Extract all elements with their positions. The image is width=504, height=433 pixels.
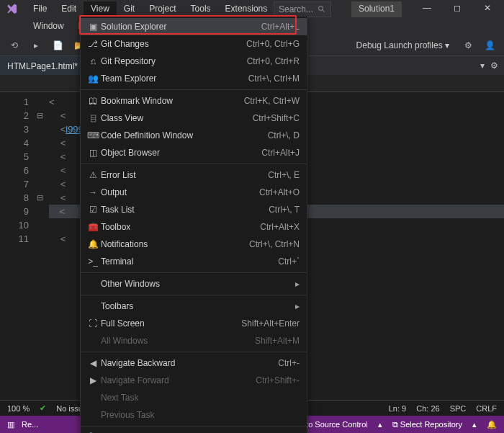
- menu-item-next-task: Next Task: [81, 389, 307, 406]
- menu-file[interactable]: File: [26, 1, 54, 16]
- menu-item-label: Toolbars: [101, 301, 295, 311]
- menu-window[interactable]: Window: [26, 19, 71, 33]
- check-icon: ✔: [40, 403, 46, 413]
- menu-project[interactable]: Project: [142, 1, 183, 16]
- menu-item-shortcut: Ctrl+K, Ctrl+W: [244, 96, 300, 106]
- fold-gutter: ⊟⊟: [33, 92, 46, 408]
- git-icon: ⎇: [85, 39, 101, 49]
- nav-back-button[interactable]: ⟲: [6, 37, 23, 54]
- menu-tools[interactable]: Tools: [184, 1, 218, 16]
- menu-item-solution-explorer[interactable]: ▣Solution ExplorerCtrl+Alt+L: [81, 18, 307, 35]
- ready-label: ▥: [7, 420, 14, 429]
- menu-item-shortcut: Ctrl+0, Ctrl+R: [247, 56, 300, 66]
- menu-item-navigate-backward[interactable]: ◀Navigate BackwardCtrl+-: [81, 354, 307, 372]
- menu-item-shortcut: Ctrl+Alt+L: [261, 22, 300, 32]
- submenu-arrow-icon: ▸: [295, 279, 300, 289]
- close-button[interactable]: ✕: [475, 0, 500, 16]
- new-file-button[interactable]: 📄: [49, 37, 66, 54]
- menu-item-shortcut: Ctrl+Shift+C: [253, 113, 300, 123]
- menu-item-all-windows: All WindowsShift+Alt+M: [81, 332, 307, 349]
- menu-item-shortcut: Ctrl+-: [278, 358, 300, 368]
- menu-item-full-screen[interactable]: ⛶Full ScreenShift+Alt+Enter: [81, 315, 307, 332]
- menu-extensions[interactable]: Extensions: [218, 1, 275, 16]
- search-input[interactable]: Search...: [274, 1, 331, 17]
- menu-item-label: Previous Task: [101, 410, 300, 420]
- codedef-icon: ⌨: [85, 130, 101, 140]
- menu-item-label: Toolbox: [101, 222, 260, 232]
- svg-line-1: [323, 10, 325, 12]
- menu-item-shortcut: Shift+Alt+Enter: [241, 318, 300, 329]
- search-placeholder: Search...: [279, 4, 313, 14]
- properties-button[interactable]: ⚙: [459, 37, 477, 54]
- menu-item-label: Task List: [101, 205, 269, 215]
- nav-fwd-button[interactable]: ▸: [27, 37, 45, 54]
- menu-item-label: Code Definition Window: [101, 130, 268, 140]
- menu-item-label: Terminal: [101, 256, 278, 267]
- dropdown-tabs-icon[interactable]: ▾: [480, 61, 485, 71]
- terminal-icon: >_: [85, 256, 101, 267]
- object-icon: ◫: [85, 148, 101, 158]
- menu-item-label: Other Windows: [101, 279, 295, 289]
- menu-item-bookmark-window[interactable]: 🕮Bookmark WindowCtrl+K, Ctrl+W: [81, 92, 307, 110]
- minimize-button[interactable]: —: [415, 0, 439, 16]
- menu-item-terminal[interactable]: >_TerminalCtrl+`: [81, 253, 307, 270]
- class-icon: ⌸: [85, 113, 101, 123]
- menu-item-shortcut: Ctrl+\, D: [268, 130, 300, 140]
- menu-item-label: Team Explorer: [101, 73, 248, 84]
- menu-item-shortcut: Ctrl+`: [278, 256, 300, 267]
- menu-edit[interactable]: Edit: [54, 1, 84, 16]
- menu-item-label: Navigate Forward: [101, 375, 256, 385]
- menu-item-properties-window[interactable]: 🔧Properties WindowF4: [81, 429, 307, 433]
- menu-item-git-repository[interactable]: ⎌Git RepositoryCtrl+0, Ctrl+R: [81, 53, 307, 70]
- menu-view[interactable]: View: [84, 1, 117, 16]
- solution-name[interactable]: Solution1: [351, 1, 402, 17]
- menu-item-navigate-forward: ▶Navigate ForwardCtrl+Shift+-: [81, 372, 307, 389]
- menu-item-notifications[interactable]: 🔔NotificationsCtrl+\, Ctrl+N: [81, 236, 307, 253]
- menu-item-shortcut: Ctrl+\, Ctrl+N: [249, 239, 300, 249]
- menu-git[interactable]: Git: [117, 1, 142, 16]
- maximize-button[interactable]: ◻: [445, 0, 469, 16]
- window-controls: — ◻ ✕: [415, 0, 500, 16]
- solution-icon: ▣: [85, 22, 101, 32]
- menu-item-label: Navigate Backward: [101, 358, 278, 368]
- menu-item-team-explorer[interactable]: 👥Team ExplorerCtrl+\, Ctrl+M: [81, 70, 307, 87]
- menu-item-shortcut: Shift+Alt+M: [255, 336, 300, 346]
- line-ending[interactable]: CRLF: [476, 404, 497, 413]
- gear-icon[interactable]: ⚙: [490, 61, 498, 71]
- menu-item-shortcut: Ctrl+Shift+-: [256, 375, 300, 385]
- zoom-level[interactable]: 100 %: [7, 404, 30, 413]
- menu-item-shortcut: Ctrl+\, Ctrl+M: [248, 73, 300, 84]
- menu-item-object-browser[interactable]: ◫Object BrowserCtrl+Alt+J: [81, 144, 307, 161]
- menu-item-toolbox[interactable]: 🧰ToolboxCtrl+Alt+X: [81, 218, 307, 236]
- bell-icon[interactable]: 🔔: [487, 420, 497, 429]
- menu-item-shortcut: Ctrl+\, T: [269, 205, 300, 215]
- menu-item-label: Class View: [101, 113, 253, 123]
- menu-item-label: Git Changes: [101, 39, 246, 49]
- char-indicator[interactable]: Ch: 26: [416, 404, 439, 413]
- task-icon: ☑: [85, 205, 101, 215]
- document-tab-label: HTMLPage1.html*: [7, 61, 78, 71]
- select-repo[interactable]: ⧉ Select Repository: [392, 420, 462, 429]
- navfwd-icon: ▶: [85, 375, 101, 385]
- indent-mode[interactable]: SPC: [450, 404, 467, 413]
- menu-item-error-list[interactable]: ⚠Error ListCtrl+\, E: [81, 166, 307, 184]
- menu-item-git-changes[interactable]: ⎇Git ChangesCtrl+0, Ctrl+G: [81, 35, 307, 53]
- ready-text: Re...: [22, 420, 38, 429]
- menu-item-task-list[interactable]: ☑Task ListCtrl+\, T: [81, 201, 307, 218]
- menu-item-code-definition-window[interactable]: ⌨Code Definition WindowCtrl+\, D: [81, 127, 307, 144]
- menu-item-class-view[interactable]: ⌸Class ViewCtrl+Shift+C: [81, 110, 307, 127]
- menu-item-shortcut: Ctrl+Alt+J: [261, 148, 300, 158]
- menu-item-shortcut: Ctrl+\, E: [268, 170, 300, 180]
- menu-item-shortcut: Ctrl+Alt+X: [260, 222, 300, 232]
- output-icon: →: [85, 187, 101, 197]
- document-tab[interactable]: HTMLPage1.html*: [0, 56, 85, 75]
- menu-item-other-windows[interactable]: Other Windows▸: [81, 275, 307, 293]
- debug-launch-dropdown[interactable]: Debug Launch profiles ▾: [351, 39, 455, 52]
- navback-icon: ◀: [85, 358, 101, 368]
- menu-item-toolbars[interactable]: Toolbars▸: [81, 298, 307, 315]
- live-share-button[interactable]: 👤: [481, 37, 498, 54]
- menu-item-output[interactable]: →OutputCtrl+Alt+O: [81, 184, 307, 201]
- view-menu-dropdown: ▣Solution ExplorerCtrl+Alt+L⎇Git Changes…: [80, 16, 307, 433]
- line-indicator[interactable]: Ln: 9: [389, 404, 406, 413]
- notif-icon: 🔔: [85, 239, 101, 249]
